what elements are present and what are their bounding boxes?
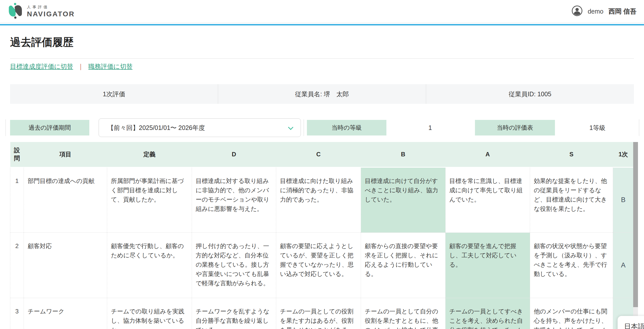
employee-name: 従業員名: 堺 太郎 <box>218 84 426 104</box>
cell-grade-a: チームの一員としてすべきことを考え、決められた自分の役割を超えて、チームに貢献し… <box>446 298 530 329</box>
page-title: 過去評価履歴 <box>10 35 73 49</box>
cell-grade-c: チームの一員としての役割を果たす力はあるが、役割を果たせないことがある。（ダラダ… <box>276 298 361 329</box>
cell-first-eval-result: B <box>613 167 634 232</box>
cell-grade-b: 顧客からの直接の要望や要求を正しく把握し、それに応えるように行動している。 <box>361 232 446 298</box>
column-header-c: C <box>276 142 361 167</box>
cell-definition: 所属部門が事業計画に基づく部門目標を達成に対して、貢献したか。 <box>107 167 192 232</box>
avatar-icon <box>572 5 583 17</box>
language-label: 日本語 <box>624 322 644 329</box>
cell-grade-d: 押し付け的であったり、一方的な対応など、自分本位の業務をしている。接し方や言葉使… <box>192 232 276 298</box>
sheet-value: 1等級 <box>556 120 639 135</box>
controls-divider-left <box>6 119 6 136</box>
app-header: 人事評価 NAVIGATOR demo 西岡 信吾 <box>0 0 644 23</box>
table-header-row: 設問 項目 定義 D C B A S 1次 <box>10 142 634 167</box>
cell-grade-s: 他のメンバーの仕事にも関心を持ち、声をかけたり、支援をしたりして、チームワークの… <box>530 298 613 329</box>
grade-label-chip: 当時の等級 <box>307 120 386 135</box>
chevron-down-icon <box>288 125 293 130</box>
cell-grade-b: 目標達成に向けて自分がすべきことに取り組み、協力していた。 <box>361 167 446 232</box>
cell-item: 顧客対応 <box>24 232 107 298</box>
cell-item: 部門目標の達成への貢献 <box>24 167 107 232</box>
cell-grade-d: 目標達成に対する取り組みに非協力的で、他のメンバーのモチベーションや取り組みに悪… <box>192 167 276 232</box>
cell-question-number: 3 <box>10 298 24 329</box>
table-body: 1 部門目標の達成への貢献 所属部門が事業計画に基づく部門目標を達成に対して、貢… <box>10 167 634 329</box>
table-row: 2 顧客対応 顧客優先で行動し、顧客のために尽くしているか。 押し付け的であった… <box>10 232 634 298</box>
evaluation-type: 1次評価 <box>10 84 218 104</box>
column-header-b: B <box>361 142 446 167</box>
cell-grade-d: チームワークを乱すような自分勝手な言動を繰り返している。 <box>192 298 276 329</box>
cell-grade-c: 顧客の要望に応えようとしているが、要望を正しく把握できていなかったり、思い込みで… <box>276 232 361 298</box>
cell-definition: 顧客優先で行動し、顧客のために尽くしているか。 <box>107 232 192 298</box>
cell-definition: チームでの取り組みを実践し、協力体制を築いているか。 <box>107 298 192 329</box>
user-menu[interactable]: demo 西岡 信吾 <box>572 5 636 17</box>
column-header-a: A <box>446 142 530 167</box>
cell-question-number: 2 <box>10 232 24 298</box>
cell-question-number: 1 <box>10 167 24 232</box>
header-accent-line <box>0 24 644 25</box>
cell-grade-c: 目標達成に向けた取り組みに消極的であったり、非協力的であった。 <box>276 167 361 232</box>
employee-info-bar: 1次評価 従業員名: 堺 太郎 従業員ID: 1005 <box>10 84 634 104</box>
user-name: 西岡 信吾 <box>609 7 636 16</box>
grade-value: 1 <box>390 120 470 135</box>
column-header-definition: 定義 <box>107 142 192 167</box>
sheet-label-chip: 当時の評価表 <box>475 120 555 135</box>
cell-grade-a: 顧客の要望を進んで把握し、工夫して対応している。 <box>446 232 530 298</box>
user-account: demo <box>588 8 603 15</box>
period-label-chip: 過去の評価期間 <box>10 120 89 135</box>
table-row: 3 チームワーク チームでの取り組みを実践し、協力体制を築いているか。 チームワ… <box>10 298 634 329</box>
logo-icon <box>8 3 23 20</box>
employee-id: 従業員ID: 1005 <box>426 84 634 104</box>
controls-divider-right <box>639 119 639 136</box>
table-row: 1 部門目標の達成への貢献 所属部門が事業計画に基づく部門目標を達成に対して、貢… <box>10 167 634 232</box>
evaluation-table: 設問 項目 定義 D C B A S 1次 1 部門目標の達成への貢献 所属部門… <box>10 142 634 329</box>
column-header-item: 項目 <box>24 142 107 167</box>
history-controls: 過去の評価期間 【前々回】2025/01/01〜 2026年度 当時の等級 1 … <box>0 118 644 137</box>
cell-item: チームワーク <box>24 298 107 329</box>
app-logo[interactable]: 人事評価 NAVIGATOR <box>8 3 75 20</box>
evaluation-table-wrap: 設問 項目 定義 D C B A S 1次 1 部門目標の達成への貢献 所属部門… <box>10 142 634 329</box>
title-divider <box>10 58 634 59</box>
period-select-value: 【前々回】2025/01/01〜 2026年度 <box>107 124 205 132</box>
period-select[interactable]: 【前々回】2025/01/01〜 2026年度 <box>99 118 301 137</box>
job-evaluation-switch-link[interactable]: 職務評価に切替 <box>88 62 133 71</box>
column-header-first-eval: 1次 <box>613 142 634 167</box>
controls-divider-middle <box>304 119 304 136</box>
column-header-s: S <box>530 142 613 167</box>
column-header-d: D <box>192 142 276 167</box>
language-selector[interactable]: 日本語 ▼ <box>618 316 644 329</box>
cell-grade-b: チームの一員として自分の役割を果たすとともに、他のメンバーと協力して仕事をしてい… <box>361 298 446 329</box>
table-scrollbar-track[interactable] <box>633 142 638 329</box>
table-scrollbar-thumb[interactable] <box>633 142 638 307</box>
column-header-question: 設問 <box>10 142 24 167</box>
cell-grade-a: 目標を常に意識し、目標達成に向けて率先して取り組んでいた。 <box>446 167 530 232</box>
cell-grade-s: 効果的な提案をしたり、他の従業員をリードするなど、目標達成に向けて大きな役割を果… <box>530 167 613 232</box>
logo-text-jp: 人事評価 <box>27 5 75 10</box>
logo-text-navigator: NAVIGATOR <box>27 10 75 18</box>
cell-grade-s: 顧客の状況や状態から要望を予測し（汲み取り）、すべきことを考え、先手で行動してい… <box>530 232 613 298</box>
link-separator: ｜ <box>78 62 84 71</box>
goal-evaluation-switch-link[interactable]: 目標達成度評価に切替 <box>10 62 73 71</box>
view-switch-links: 目標達成度評価に切替 ｜ 職務評価に切替 <box>10 62 133 71</box>
cell-first-eval-result: A <box>613 232 634 298</box>
